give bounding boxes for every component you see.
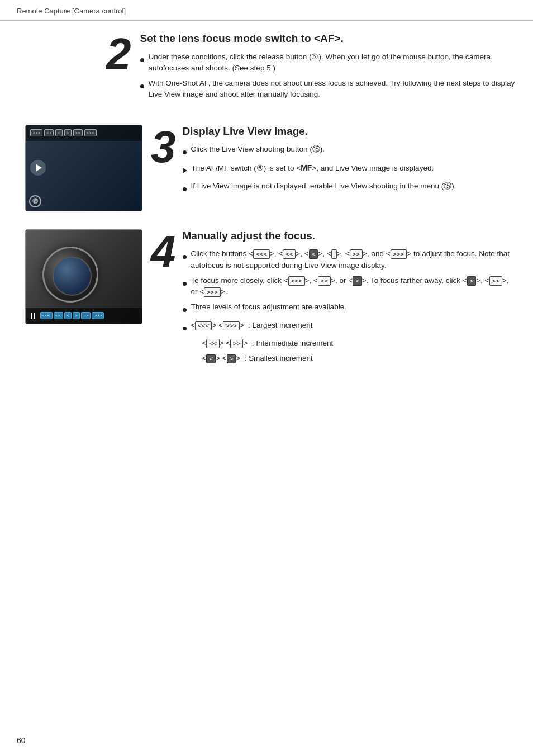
step-num-circle-16: ⑯: [29, 195, 41, 207]
bullet-circle-icon: [183, 147, 187, 158]
step3-bullets: Click the Live View shooting button (⑯).…: [183, 144, 517, 195]
bullet-circle-icon: [183, 323, 187, 334]
camera-photo: <<< << < > >> >>>: [26, 230, 142, 324]
step3-bullet-2: The AF/MF switch (⑥) is set to <MF>, and…: [183, 162, 517, 177]
step3-camera-image: <<< << < > >> >>> ⑯: [25, 125, 142, 211]
ctrl-btn-rr-4: >>: [81, 312, 91, 319]
step4-bullet-2: To focus more closely, click <<<<>, <<<>…: [183, 275, 517, 298]
step4-camera-image: <<< << < > >> >>>: [25, 229, 142, 324]
ctrl-btn-r-4: >: [73, 312, 80, 319]
camera-overlay-bar: <<< << < > >> >>>: [26, 125, 142, 141]
ctrl-btn-rrr: >>>: [84, 129, 97, 136]
step3-bullet-3: If Live View image is not displayed, ena…: [183, 181, 517, 195]
step2-title: Set the lens focus mode switch to <AF>.: [140, 32, 517, 46]
ctrl-btn-l2: <: [55, 129, 63, 136]
bullet-circle-icon: [183, 183, 187, 195]
step4-bullets: Click the buttons <<<<>, <<<>, <<>, <​>,…: [183, 248, 517, 364]
step2-bullet-2: With One-Shot AF, the camera does not sh…: [140, 78, 517, 101]
page-footer: 60: [17, 736, 26, 745]
page-header: Remote Capture [Camera control]: [0, 0, 533, 21]
lens-inner: [53, 257, 92, 296]
play-icon: [36, 164, 42, 172]
step3-block: <<< << < > >> >>> ⑯ 3 Display Live View …: [17, 125, 516, 211]
play-button: [30, 160, 46, 176]
step3-content: Display Live View image. Click the Live …: [183, 125, 517, 199]
step4-right: 4 Manually adjust the focus. Click the b…: [151, 229, 516, 368]
step2-bullets: Under these conditions, click the releas…: [140, 51, 517, 101]
ctrl-btn-lll: <<<: [30, 129, 42, 136]
pause-button: [29, 312, 37, 320]
ctrl-btn-ll: <<: [44, 129, 54, 136]
bullet-circle-icon: [183, 251, 187, 262]
camera-screen: <<< << < > >> >>> ⑯: [26, 125, 142, 211]
bullet-circle-icon: [183, 278, 187, 289]
step4-bullet-1: Click the buttons <<<<>, <<<>, <<>, <​>,…: [183, 248, 517, 271]
step3-title: Display Live View image.: [183, 125, 517, 139]
step3-num-area: 3 Display Live View image. Click the Liv…: [151, 125, 516, 199]
step3-bullet-1: Click the Live View shooting button (⑯).: [183, 144, 517, 158]
page-content: 2 Set the lens focus mode switch to <AF>…: [0, 21, 533, 403]
step4-number: 4: [151, 229, 176, 274]
step4-overlay-bar: <<< << < > >> >>>: [26, 308, 142, 324]
step2-block: 2 Set the lens focus mode switch to <AF>…: [17, 32, 516, 105]
step3-image-area: <<< << < > >> >>> ⑯: [17, 125, 151, 211]
step4-content: Manually adjust the focus. Click the but…: [183, 229, 517, 368]
ctrl-btn-rrr-4: >>>: [92, 312, 104, 319]
step4-bullet-5: <<<> <>>> : Intermediate increment: [194, 338, 517, 349]
step2-bullet-1: Under these conditions, click the releas…: [140, 51, 517, 74]
lens-shape: [42, 247, 98, 303]
ctrl-btn-r2: >: [64, 129, 72, 136]
ctrl-btn-rr: >>: [73, 129, 83, 136]
ctrl-btn-lll-4: <<<: [40, 312, 53, 319]
bullet-circle-icon: [183, 304, 187, 315]
step3-right: 3 Display Live View image. Click the Liv…: [151, 125, 516, 199]
ctrl-btn-ll-4: <<: [54, 312, 63, 319]
bullet-circle-icon: [140, 81, 144, 92]
step4-title: Manually adjust the focus.: [183, 229, 517, 243]
bullet-circle-icon: [140, 54, 144, 65]
step4-block: <<< << < > >> >>> 4 Manually adjust the …: [17, 229, 516, 368]
step4-bullet-4: <<<<> <>>>> : Largest increment: [183, 320, 517, 334]
pause-bar-1: [31, 313, 32, 319]
step4-image-area: <<< << < > >> >>>: [17, 229, 151, 324]
step2-number: 2: [106, 32, 131, 77]
ctrl-btn-l-4: <: [64, 312, 72, 319]
step4-bullet-6: <<> <>> : Smallest increment: [194, 353, 517, 364]
step2-content: Set the lens focus mode switch to <AF>. …: [140, 32, 517, 105]
step4-bullet-3: Three levels of focus adjustment are ava…: [183, 301, 517, 315]
pause-bar-2: [34, 313, 35, 319]
header-text: Remote Capture [Camera control]: [17, 7, 126, 15]
step3-number: 3: [151, 125, 176, 169]
bullet-arrow-icon: [183, 166, 187, 177]
page-number: 60: [17, 736, 26, 745]
step4-num-area: 4 Manually adjust the focus. Click the b…: [151, 229, 516, 368]
